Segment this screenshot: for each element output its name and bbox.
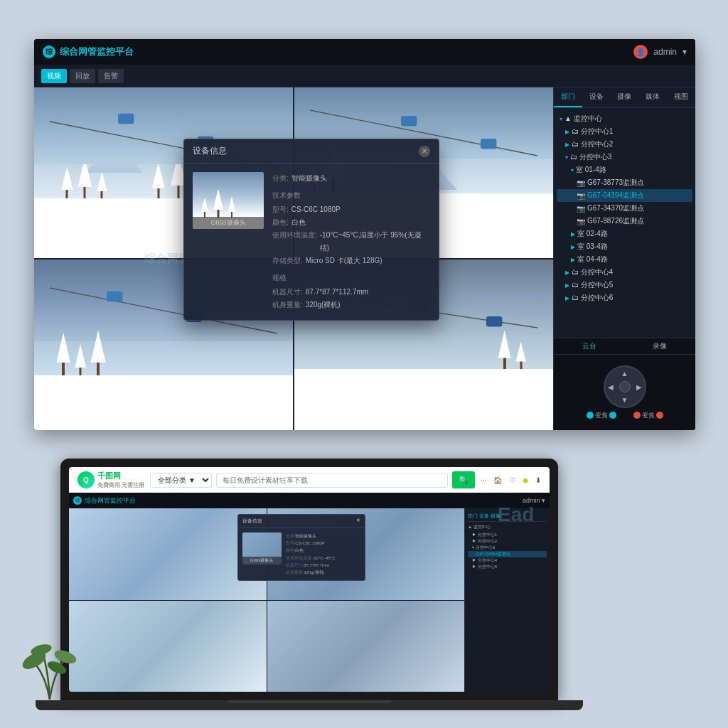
tree-camera-2[interactable]: 📷 G67-04394监测点	[557, 189, 692, 202]
sidebar-tab-dept[interactable]: 部门	[554, 87, 582, 107]
info-category: 分类: 智能摄像头	[272, 172, 430, 185]
logo-icon: 综	[43, 46, 55, 58]
focus-label: 变焦	[642, 411, 655, 420]
folder-icon: ▾	[560, 116, 562, 122]
search-button[interactable]: 🔍	[452, 471, 475, 488]
ptz-tab-record[interactable]: 录像	[625, 338, 696, 354]
nav-download[interactable]: ⬇	[535, 476, 541, 484]
temp-value: -10°C~45°C,湿度小于 95%(无凝结)	[320, 229, 430, 255]
right-sidebar: 部门 设备 摄像 媒体 视图 ▾ ▲ 监控中心 ▶ 🗂 分控中心1 ▶ 🗂 分	[553, 87, 695, 430]
zoom-control: 变焦	[587, 411, 616, 420]
tree-node-branch4[interactable]: ▶ 🗂 分控中心4	[557, 266, 692, 279]
toolbar-playback-btn[interactable]: 回放	[70, 69, 95, 83]
app-logo: 综 综合网管监控平台	[43, 46, 134, 58]
mini-modal-close[interactable]: ✕	[356, 518, 360, 525]
modal-header: 设备信息 ✕	[184, 139, 439, 164]
sidebar-tab-camera[interactable]: 摄像	[611, 87, 639, 107]
tree-root-label: ▲ 监控中心	[564, 114, 602, 124]
folder-icon: ▶	[565, 295, 569, 301]
mini-app-title: 综合网管监控平台	[85, 496, 136, 505]
weight-value: 320g(裸机)	[306, 299, 341, 311]
nav-personal-vip[interactable]: ♡	[509, 476, 515, 484]
device-tree: ▾ ▲ 监控中心 ▶ 🗂 分控中心1 ▶ 🗂 分控中心2 ▾ 🗂 分控中心3 ▾	[554, 108, 695, 338]
modal-title: 设备信息	[193, 145, 227, 157]
sidebar-tab-media[interactable]: 媒体	[638, 87, 667, 107]
mini-logo-icon: 综	[73, 496, 82, 505]
nav-more[interactable]: ···	[481, 476, 486, 484]
mini-info-color: 颜色:白色	[286, 547, 360, 554]
tree-node-01[interactable]: ▾ 室 01-4路	[557, 164, 692, 176]
nav-create[interactable]: 🏠	[493, 476, 502, 484]
ptz-joystick[interactable]: ▲ ▼ ◀ ▶	[604, 365, 646, 408]
storage-label: 存储类型:	[272, 255, 303, 267]
tree-root[interactable]: ▾ ▲ 监控中心	[557, 112, 692, 125]
folder-icon: ▶	[565, 269, 569, 276]
category-value: 智能摄像头	[291, 172, 327, 185]
camera-icon: 📷	[577, 179, 585, 187]
ptz-left-arrow: ◀	[608, 382, 614, 390]
mini-info-model: 型号:CS-C6C 1080P	[286, 540, 360, 547]
camera-icon: 📷	[577, 205, 585, 213]
mini-cell-1	[69, 508, 267, 600]
tech-params-title: 技术参数	[272, 189, 430, 202]
plant-decoration	[21, 614, 78, 714]
device-thumbnail: G093摄像头	[193, 172, 264, 229]
tree-node-branch5[interactable]: ▶ 🗂 分控中心5	[557, 279, 692, 291]
folder-icon: ▶	[571, 244, 575, 250]
info-temp: 使用环境温度: -10°C~45°C,湿度小于 95%(无凝结)	[272, 229, 430, 255]
zoom-plus-btn[interactable]	[609, 412, 616, 419]
tree-node-branch2[interactable]: ▶ 🗂 分控中心2	[557, 138, 692, 151]
tree-node-03[interactable]: ▶ 室 03-4路	[557, 240, 692, 253]
tree-node-branch1[interactable]: ▶ 🗂 分控中心1	[557, 125, 692, 138]
admin-label: admin	[653, 47, 677, 57]
tree-node-label: 室 03-4路	[577, 242, 608, 252]
folder-icon: ▶	[565, 282, 569, 289]
temp-label: 使用环境温度:	[272, 229, 317, 255]
qiantu-nav: ··· 🏠 ♡ ◆ ⬇	[481, 476, 541, 484]
tree-camera-1[interactable]: 📷 G67-38773监测点	[557, 176, 692, 189]
chevron-down-icon: ▾	[682, 47, 687, 57]
spec-title: 规格	[272, 272, 430, 284]
weight-label: 机身重量:	[272, 299, 303, 311]
category-select[interactable]: 全部分类 ▼	[150, 473, 212, 488]
search-input[interactable]	[216, 473, 447, 488]
tree-node-branch6[interactable]: ▶ 🗂 分控中心6	[557, 291, 692, 304]
qiantu-tagline: 免费商用·无需注册	[97, 481, 144, 489]
device-info-modal: 设备信息 ✕	[183, 139, 439, 321]
mini-cell-3	[69, 601, 267, 692]
focus-control: 变焦	[633, 411, 663, 420]
tree-camera-3[interactable]: 📷 G67-34370监测点	[557, 202, 692, 215]
ptz-tab-crane[interactable]: 云台	[554, 338, 625, 354]
mini-monitor: 综 综合网管监控平台 admin ▾	[69, 493, 550, 692]
tree-node-02[interactable]: ▶ 室 02-4路	[557, 228, 692, 240]
qiantu-name: 千图网	[97, 471, 144, 481]
focus-plus-btn[interactable]	[656, 412, 663, 419]
qiantu-search-bar: 全部分类 ▼ 🔍	[150, 471, 474, 488]
nav-enterprise-vip[interactable]: ◆	[523, 476, 528, 484]
toolbar-alarm-btn[interactable]: 告警	[98, 69, 124, 83]
tree-node-04[interactable]: ▶ 室 04-4路	[557, 253, 692, 266]
header-right: 👤 admin ▾	[633, 45, 687, 59]
modal-close-btn[interactable]: ✕	[419, 146, 430, 157]
tree-node-label: 🗂 分控中心5	[572, 280, 613, 290]
zoom-label: 变焦	[595, 411, 608, 420]
tree-node-label: 🗂 分控中心1	[572, 127, 613, 136]
size-value: 87.7*87.7*112.7mm	[306, 286, 368, 299]
toolbar: 视频 回放 告警	[34, 65, 695, 87]
sidebar-tab-view[interactable]: 视图	[667, 87, 695, 107]
tree-node-label: G67-04394监测点	[587, 191, 644, 200]
model-value: CS-C6C 1080P	[291, 203, 341, 216]
model-label: 型号:	[272, 203, 289, 216]
qiantu-logo-text: 千图网 免费商用·无需注册	[97, 471, 144, 489]
tree-camera-4[interactable]: 📷 G67-98726监测点	[557, 215, 692, 228]
mini-info-weight: 机身重量:320g(裸机)	[286, 569, 360, 576]
focus-minus-btn[interactable]	[633, 412, 641, 419]
sidebar-tab-device[interactable]: 设备	[582, 87, 611, 107]
tree-node-branch3[interactable]: ▾ 🗂 分控中心3	[557, 151, 692, 164]
zoom-minus-btn[interactable]	[587, 412, 594, 419]
ptz-center-btn[interactable]	[619, 381, 631, 392]
ptz-panel: 云台 录像 ▲ ▼ ◀ ▶	[554, 338, 695, 430]
ptz-down-arrow: ▼	[621, 396, 628, 404]
toolbar-video-btn[interactable]: 视频	[41, 69, 67, 83]
ptz-zoom-controls: 变焦 变焦	[581, 411, 669, 420]
